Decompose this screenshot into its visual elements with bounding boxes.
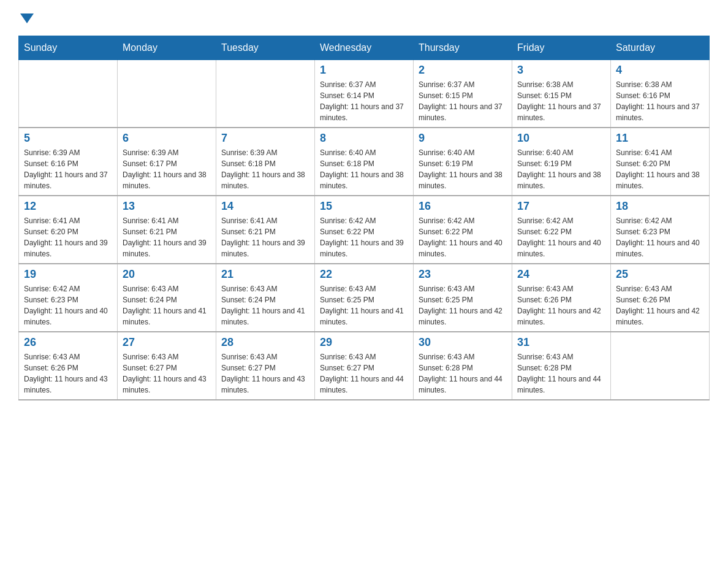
weekday-header-wednesday: Wednesday [315,36,414,60]
day-info: Sunrise: 6:38 AM Sunset: 6:16 PM Dayligh… [616,79,704,123]
calendar-week-5: 26Sunrise: 6:43 AM Sunset: 6:26 PM Dayli… [19,332,710,400]
day-number: 7 [221,132,309,145]
day-number: 22 [320,268,408,281]
calendar-cell: 22Sunrise: 6:43 AM Sunset: 6:25 PM Dayli… [315,264,414,332]
calendar-week-1: 1Sunrise: 6:37 AM Sunset: 6:14 PM Daylig… [19,60,710,128]
day-info: Sunrise: 6:41 AM Sunset: 6:21 PM Dayligh… [123,215,211,259]
calendar-cell: 4Sunrise: 6:38 AM Sunset: 6:16 PM Daylig… [611,60,710,128]
calendar-cell: 19Sunrise: 6:42 AM Sunset: 6:23 PM Dayli… [19,264,118,332]
day-info: Sunrise: 6:43 AM Sunset: 6:25 PM Dayligh… [320,283,408,327]
day-number: 21 [221,268,309,281]
day-info: Sunrise: 6:42 AM Sunset: 6:22 PM Dayligh… [320,215,408,259]
calendar-cell: 13Sunrise: 6:41 AM Sunset: 6:21 PM Dayli… [118,196,216,264]
calendar-cell: 2Sunrise: 6:37 AM Sunset: 6:15 PM Daylig… [414,60,512,128]
day-info: Sunrise: 6:43 AM Sunset: 6:24 PM Dayligh… [221,283,309,327]
calendar-cell: 26Sunrise: 6:43 AM Sunset: 6:26 PM Dayli… [19,332,118,400]
calendar-cell [611,332,710,400]
day-info: Sunrise: 6:41 AM Sunset: 6:20 PM Dayligh… [616,147,704,191]
day-number: 29 [320,336,408,349]
calendar-cell [19,60,118,128]
calendar-cell: 16Sunrise: 6:42 AM Sunset: 6:22 PM Dayli… [414,196,512,264]
day-number: 10 [517,132,605,145]
calendar-cell [118,60,216,128]
day-number: 12 [24,200,112,213]
day-info: Sunrise: 6:43 AM Sunset: 6:28 PM Dayligh… [517,351,605,396]
calendar-cell: 17Sunrise: 6:42 AM Sunset: 6:22 PM Dayli… [512,196,611,264]
calendar-week-3: 12Sunrise: 6:41 AM Sunset: 6:20 PM Dayli… [19,196,710,264]
day-number: 16 [419,200,507,213]
calendar-cell: 12Sunrise: 6:41 AM Sunset: 6:20 PM Dayli… [19,196,118,264]
day-info: Sunrise: 6:37 AM Sunset: 6:14 PM Dayligh… [320,79,408,123]
calendar-cell: 30Sunrise: 6:43 AM Sunset: 6:28 PM Dayli… [414,332,512,400]
day-number: 5 [24,132,112,145]
page-header [18,12,710,23]
weekday-header-friday: Friday [512,36,611,60]
day-number: 30 [419,336,507,349]
calendar-cell: 8Sunrise: 6:40 AM Sunset: 6:18 PM Daylig… [315,128,414,196]
day-number: 19 [24,268,112,281]
day-number: 9 [419,132,507,145]
day-info: Sunrise: 6:43 AM Sunset: 6:28 PM Dayligh… [419,351,507,396]
day-number: 2 [419,64,507,77]
weekday-header-saturday: Saturday [611,36,710,60]
day-info: Sunrise: 6:41 AM Sunset: 6:20 PM Dayligh… [24,215,112,259]
weekday-header-monday: Monday [118,36,216,60]
calendar-cell: 1Sunrise: 6:37 AM Sunset: 6:14 PM Daylig… [315,60,414,128]
weekday-header-tuesday: Tuesday [216,36,315,60]
day-info: Sunrise: 6:37 AM Sunset: 6:15 PM Dayligh… [419,79,507,123]
calendar-cell [216,60,315,128]
calendar-cell: 27Sunrise: 6:43 AM Sunset: 6:27 PM Dayli… [118,332,216,400]
day-number: 26 [24,336,112,349]
day-number: 18 [616,200,704,213]
calendar-cell: 14Sunrise: 6:41 AM Sunset: 6:21 PM Dayli… [216,196,315,264]
day-info: Sunrise: 6:41 AM Sunset: 6:21 PM Dayligh… [221,215,309,259]
day-info: Sunrise: 6:40 AM Sunset: 6:18 PM Dayligh… [320,147,408,191]
day-number: 27 [123,336,211,349]
calendar-week-2: 5Sunrise: 6:39 AM Sunset: 6:16 PM Daylig… [19,128,710,196]
day-number: 13 [123,200,211,213]
day-number: 31 [517,336,605,349]
logo-arrow-icon [20,13,34,23]
calendar-cell: 15Sunrise: 6:42 AM Sunset: 6:22 PM Dayli… [315,196,414,264]
day-number: 20 [123,268,211,281]
day-number: 8 [320,132,408,145]
day-info: Sunrise: 6:43 AM Sunset: 6:27 PM Dayligh… [320,351,408,396]
day-number: 28 [221,336,309,349]
calendar-table: SundayMondayTuesdayWednesdayThursdayFrid… [18,36,710,400]
calendar-cell: 10Sunrise: 6:40 AM Sunset: 6:19 PM Dayli… [512,128,611,196]
day-info: Sunrise: 6:39 AM Sunset: 6:17 PM Dayligh… [123,147,211,191]
calendar-cell: 9Sunrise: 6:40 AM Sunset: 6:19 PM Daylig… [414,128,512,196]
calendar-cell: 23Sunrise: 6:43 AM Sunset: 6:25 PM Dayli… [414,264,512,332]
calendar-week-4: 19Sunrise: 6:42 AM Sunset: 6:23 PM Dayli… [19,264,710,332]
day-info: Sunrise: 6:40 AM Sunset: 6:19 PM Dayligh… [419,147,507,191]
calendar-cell: 25Sunrise: 6:43 AM Sunset: 6:26 PM Dayli… [611,264,710,332]
day-number: 25 [616,268,704,281]
calendar-cell: 7Sunrise: 6:39 AM Sunset: 6:18 PM Daylig… [216,128,315,196]
calendar-cell: 6Sunrise: 6:39 AM Sunset: 6:17 PM Daylig… [118,128,216,196]
calendar-cell: 11Sunrise: 6:41 AM Sunset: 6:20 PM Dayli… [611,128,710,196]
calendar-header: SundayMondayTuesdayWednesdayThursdayFrid… [19,36,710,60]
calendar-cell: 31Sunrise: 6:43 AM Sunset: 6:28 PM Dayli… [512,332,611,400]
day-info: Sunrise: 6:43 AM Sunset: 6:26 PM Dayligh… [24,351,112,396]
day-number: 17 [517,200,605,213]
calendar-cell: 28Sunrise: 6:43 AM Sunset: 6:27 PM Dayli… [216,332,315,400]
day-info: Sunrise: 6:40 AM Sunset: 6:19 PM Dayligh… [517,147,605,191]
day-info: Sunrise: 6:42 AM Sunset: 6:23 PM Dayligh… [24,283,112,327]
calendar-cell: 29Sunrise: 6:43 AM Sunset: 6:27 PM Dayli… [315,332,414,400]
day-number: 11 [616,132,704,145]
calendar-cell: 18Sunrise: 6:42 AM Sunset: 6:23 PM Dayli… [611,196,710,264]
day-info: Sunrise: 6:39 AM Sunset: 6:16 PM Dayligh… [24,147,112,191]
day-info: Sunrise: 6:43 AM Sunset: 6:27 PM Dayligh… [221,351,309,396]
day-info: Sunrise: 6:43 AM Sunset: 6:25 PM Dayligh… [419,283,507,327]
day-info: Sunrise: 6:38 AM Sunset: 6:15 PM Dayligh… [517,79,605,123]
calendar-cell: 20Sunrise: 6:43 AM Sunset: 6:24 PM Dayli… [118,264,216,332]
calendar-cell: 5Sunrise: 6:39 AM Sunset: 6:16 PM Daylig… [19,128,118,196]
day-number: 14 [221,200,309,213]
logo [18,12,34,23]
weekday-header-thursday: Thursday [414,36,512,60]
weekday-header-sunday: Sunday [19,36,118,60]
day-info: Sunrise: 6:43 AM Sunset: 6:27 PM Dayligh… [123,351,211,396]
calendar-cell: 21Sunrise: 6:43 AM Sunset: 6:24 PM Dayli… [216,264,315,332]
day-number: 1 [320,64,408,77]
day-info: Sunrise: 6:43 AM Sunset: 6:26 PM Dayligh… [517,283,605,327]
